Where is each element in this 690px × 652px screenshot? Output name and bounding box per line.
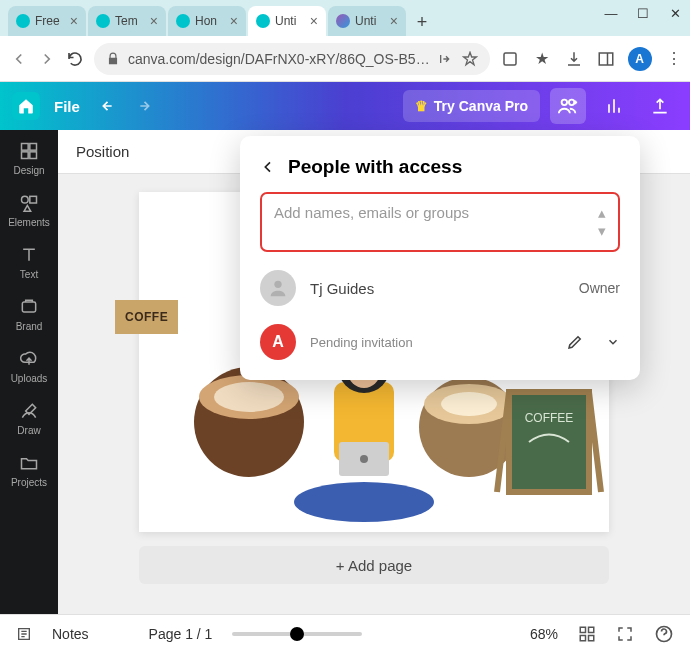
add-people-input[interactable]: Add names, emails or groups ▴▾: [260, 192, 620, 252]
puzzle-icon[interactable]: ★: [532, 49, 552, 69]
close-tab-icon[interactable]: ×: [310, 13, 318, 29]
menu-kebab-icon[interactable]: ⋮: [664, 49, 684, 69]
tab-title: Unti: [275, 14, 305, 28]
back-button[interactable]: [10, 48, 28, 70]
svg-rect-26: [589, 627, 594, 632]
person-role: Owner: [579, 280, 620, 296]
sidebar-draw[interactable]: Draw: [17, 400, 40, 436]
popover-title: People with access: [288, 156, 462, 178]
share-url-icon[interactable]: [438, 51, 454, 67]
favicon: [336, 14, 350, 28]
share-people-button[interactable]: [550, 88, 586, 124]
maximize-icon[interactable]: ☐: [636, 6, 650, 20]
sidebar-text[interactable]: Text: [18, 244, 40, 280]
url-text: canva.com/design/DAFrNX0-xRY/86Q_OS-B5…: [128, 51, 430, 67]
svg-rect-5: [30, 144, 37, 151]
avatar: A: [260, 324, 296, 360]
tab-title: Unti: [355, 14, 385, 28]
notes-icon: [16, 626, 32, 642]
svg-point-16: [441, 392, 497, 416]
redo-button[interactable]: [132, 96, 152, 116]
sidebar-label: Brand: [16, 321, 43, 332]
sidebar-label: Uploads: [11, 373, 48, 384]
lock-icon: [106, 52, 120, 66]
extensions-cube-icon[interactable]: [500, 49, 520, 69]
panel-icon[interactable]: [596, 49, 616, 69]
sidebar-design[interactable]: Design: [13, 140, 44, 176]
close-tab-icon[interactable]: ×: [390, 13, 398, 29]
canva-favicon: [16, 14, 30, 28]
try-canva-pro-button[interactable]: ♛ Try Canva Pro: [403, 90, 540, 122]
sidebar-label: Projects: [11, 477, 47, 488]
close-tab-icon[interactable]: ×: [230, 13, 238, 29]
page-indicator[interactable]: Page 1 / 1: [149, 626, 213, 642]
upload-share-button[interactable]: [642, 88, 678, 124]
sidebar-label: Elements: [8, 217, 50, 228]
sidebar-elements[interactable]: Elements: [8, 192, 50, 228]
back-icon[interactable]: [260, 159, 276, 175]
minimize-icon[interactable]: —: [604, 6, 618, 20]
sidebar-label: Design: [13, 165, 44, 176]
avatar: [260, 270, 296, 306]
browser-tab[interactable]: Unti ×: [328, 6, 406, 36]
person-name: Tj Guides: [310, 280, 565, 297]
svg-rect-23: [509, 392, 589, 492]
svg-text:COFFEE: COFFEE: [525, 411, 574, 425]
close-icon[interactable]: ✕: [668, 6, 682, 20]
position-button[interactable]: Position: [76, 143, 129, 160]
svg-point-22: [360, 455, 368, 463]
insights-button[interactable]: [596, 88, 632, 124]
address-bar[interactable]: canva.com/design/DAFrNX0-xRY/86Q_OS-B5…: [94, 43, 490, 75]
svg-rect-9: [30, 196, 37, 203]
tab-title: Tem: [115, 14, 145, 28]
browser-tab[interactable]: Hon ×: [168, 6, 246, 36]
file-menu[interactable]: File: [54, 98, 80, 115]
canva-favicon: [256, 14, 270, 28]
edit-icon[interactable]: [566, 333, 584, 351]
star-icon[interactable]: [462, 51, 478, 67]
sidebar-uploads[interactable]: Uploads: [11, 348, 48, 384]
svg-rect-27: [580, 635, 585, 640]
zoom-slider[interactable]: [232, 632, 362, 636]
browser-tab[interactable]: Free ×: [8, 6, 86, 36]
svg-point-8: [22, 196, 29, 203]
sidebar-label: Text: [20, 269, 38, 280]
svg-rect-6: [21, 152, 28, 159]
svg-rect-4: [21, 144, 28, 151]
browser-tab[interactable]: Tem ×: [88, 6, 166, 36]
close-tab-icon[interactable]: ×: [70, 13, 78, 29]
new-tab-button[interactable]: +: [408, 8, 436, 36]
profile-avatar[interactable]: A: [628, 47, 652, 71]
reload-button[interactable]: [66, 48, 84, 70]
forward-button[interactable]: [38, 48, 56, 70]
tab-title: Hon: [195, 14, 225, 28]
fullscreen-icon[interactable]: [616, 625, 634, 643]
grid-view-icon[interactable]: [578, 625, 596, 643]
browser-tab-active[interactable]: Unti ×: [248, 6, 326, 36]
svg-rect-1: [599, 53, 613, 65]
svg-point-30: [274, 281, 281, 288]
pending-label: Pending invitation: [310, 335, 552, 350]
share-popover: People with access Add names, emails or …: [240, 136, 640, 380]
home-button[interactable]: [12, 92, 40, 120]
notes-button[interactable]: Notes: [52, 626, 89, 642]
sidebar-label: Draw: [17, 425, 40, 436]
tab-title: Free: [35, 14, 65, 28]
input-placeholder: Add names, emails or groups: [274, 204, 598, 240]
undo-button[interactable]: [100, 96, 120, 116]
add-page-button[interactable]: + Add page: [139, 546, 609, 584]
sidebar-brand[interactable]: Brand: [16, 296, 43, 332]
svg-rect-28: [589, 635, 594, 640]
svg-point-2: [562, 100, 568, 106]
close-tab-icon[interactable]: ×: [150, 13, 158, 29]
person-row: Tj Guides Owner: [260, 270, 620, 306]
sidebar-projects[interactable]: Projects: [11, 452, 47, 488]
download-icon[interactable]: [564, 49, 584, 69]
person-row: A Pending invitation: [260, 324, 620, 360]
svg-point-17: [294, 482, 434, 522]
svg-rect-7: [30, 152, 37, 159]
canva-favicon: [176, 14, 190, 28]
help-icon[interactable]: [654, 624, 674, 644]
zoom-percent[interactable]: 68%: [530, 626, 558, 642]
chevron-down-icon[interactable]: [606, 335, 620, 349]
